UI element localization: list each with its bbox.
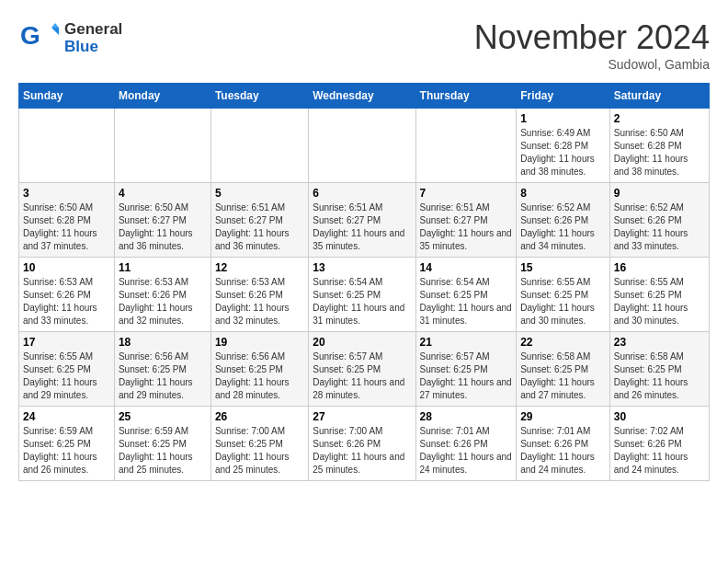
day-info: Sunrise: 6:58 AM Sunset: 6:25 PM Dayligh… xyxy=(520,350,606,402)
day-info: Sunrise: 6:52 AM Sunset: 6:26 PM Dayligh… xyxy=(520,201,606,253)
calendar-cell xyxy=(415,109,517,183)
day-number: 5 xyxy=(215,187,304,200)
weekday-header: Monday xyxy=(114,84,210,109)
page: G General Blue November 2024 Sudowol, Ga… xyxy=(0,0,728,490)
calendar-cell xyxy=(210,109,308,183)
day-number: 30 xyxy=(614,410,705,423)
calendar-cell: 11Sunrise: 6:53 AM Sunset: 6:26 PM Dayli… xyxy=(114,258,210,332)
day-info: Sunrise: 6:53 AM Sunset: 6:26 PM Dayligh… xyxy=(23,276,110,327)
calendar-cell: 27Sunrise: 7:00 AM Sunset: 6:26 PM Dayli… xyxy=(309,407,415,481)
header: G General Blue November 2024 Sudowol, Ga… xyxy=(18,18,710,72)
day-number: 9 xyxy=(614,187,705,200)
weekday-header: Friday xyxy=(517,84,610,109)
weekday-header: Wednesday xyxy=(309,84,415,109)
calendar-cell: 30Sunrise: 7:02 AM Sunset: 6:26 PM Dayli… xyxy=(609,407,709,481)
day-info: Sunrise: 6:57 AM Sunset: 6:25 PM Dayligh… xyxy=(313,350,411,402)
day-number: 20 xyxy=(313,336,411,349)
calendar-cell: 20Sunrise: 6:57 AM Sunset: 6:25 PM Dayli… xyxy=(309,332,415,407)
day-number: 6 xyxy=(313,187,411,200)
day-number: 19 xyxy=(215,336,304,349)
day-number: 14 xyxy=(420,261,513,274)
day-number: 18 xyxy=(119,336,207,349)
calendar-cell: 18Sunrise: 6:56 AM Sunset: 6:25 PM Dayli… xyxy=(114,332,210,407)
svg-marker-1 xyxy=(51,28,59,35)
day-info: Sunrise: 6:55 AM Sunset: 6:25 PM Dayligh… xyxy=(520,276,606,327)
day-number: 10 xyxy=(23,261,110,274)
day-number: 4 xyxy=(119,187,207,200)
calendar-week-row: 1Sunrise: 6:49 AM Sunset: 6:28 PM Daylig… xyxy=(19,109,710,183)
calendar-cell xyxy=(114,109,210,183)
day-info: Sunrise: 6:51 AM Sunset: 6:27 PM Dayligh… xyxy=(420,201,513,253)
logo-text: General Blue xyxy=(64,21,122,55)
calendar-cell: 2Sunrise: 6:50 AM Sunset: 6:28 PM Daylig… xyxy=(609,109,709,183)
day-number: 7 xyxy=(420,187,513,200)
calendar-cell: 7Sunrise: 6:51 AM Sunset: 6:27 PM Daylig… xyxy=(415,183,517,258)
day-number: 29 xyxy=(520,410,606,423)
weekday-header: Saturday xyxy=(609,84,709,109)
day-number: 24 xyxy=(23,410,110,423)
day-info: Sunrise: 6:58 AM Sunset: 6:25 PM Dayligh… xyxy=(614,350,705,402)
calendar-cell: 25Sunrise: 6:59 AM Sunset: 6:25 PM Dayli… xyxy=(114,407,210,481)
calendar-cell: 9Sunrise: 6:52 AM Sunset: 6:26 PM Daylig… xyxy=(609,183,709,258)
calendar-cell: 26Sunrise: 7:00 AM Sunset: 6:25 PM Dayli… xyxy=(210,407,308,481)
logo: G General Blue xyxy=(18,18,122,59)
calendar-cell: 28Sunrise: 7:01 AM Sunset: 6:26 PM Dayli… xyxy=(415,407,517,481)
calendar-cell: 8Sunrise: 6:52 AM Sunset: 6:26 PM Daylig… xyxy=(517,183,610,258)
calendar-cell: 6Sunrise: 6:51 AM Sunset: 6:27 PM Daylig… xyxy=(309,183,415,258)
day-number: 21 xyxy=(420,336,513,349)
day-info: Sunrise: 7:00 AM Sunset: 6:25 PM Dayligh… xyxy=(215,425,304,477)
calendar-cell: 14Sunrise: 6:54 AM Sunset: 6:25 PM Dayli… xyxy=(415,258,517,332)
calendar-cell: 3Sunrise: 6:50 AM Sunset: 6:28 PM Daylig… xyxy=(19,183,115,258)
day-info: Sunrise: 7:01 AM Sunset: 6:26 PM Dayligh… xyxy=(420,425,513,477)
calendar-cell xyxy=(309,109,415,183)
calendar-cell: 12Sunrise: 6:53 AM Sunset: 6:26 PM Dayli… xyxy=(210,258,308,332)
day-info: Sunrise: 6:59 AM Sunset: 6:25 PM Dayligh… xyxy=(23,425,110,477)
day-number: 1 xyxy=(520,112,606,125)
calendar-cell: 24Sunrise: 6:59 AM Sunset: 6:25 PM Dayli… xyxy=(19,407,115,481)
calendar-cell: 13Sunrise: 6:54 AM Sunset: 6:25 PM Dayli… xyxy=(309,258,415,332)
weekday-header: Thursday xyxy=(415,84,517,109)
calendar-cell: 16Sunrise: 6:55 AM Sunset: 6:25 PM Dayli… xyxy=(609,258,709,332)
logo-general: General xyxy=(64,21,122,39)
calendar-week-row: 3Sunrise: 6:50 AM Sunset: 6:28 PM Daylig… xyxy=(19,183,710,258)
weekday-header: Tuesday xyxy=(210,84,308,109)
day-number: 2 xyxy=(614,112,705,125)
calendar-cell: 17Sunrise: 6:55 AM Sunset: 6:25 PM Dayli… xyxy=(19,332,115,407)
day-info: Sunrise: 6:51 AM Sunset: 6:27 PM Dayligh… xyxy=(215,201,304,253)
calendar-cell: 29Sunrise: 7:01 AM Sunset: 6:26 PM Dayli… xyxy=(517,407,610,481)
calendar-cell: 19Sunrise: 6:56 AM Sunset: 6:25 PM Dayli… xyxy=(210,332,308,407)
day-info: Sunrise: 6:53 AM Sunset: 6:26 PM Dayligh… xyxy=(215,276,304,327)
title-block: November 2024 Sudowol, Gambia xyxy=(474,18,710,72)
day-info: Sunrise: 6:56 AM Sunset: 6:25 PM Dayligh… xyxy=(215,350,304,402)
logo-icon: G xyxy=(18,18,59,59)
svg-marker-2 xyxy=(51,23,59,28)
calendar-cell: 22Sunrise: 6:58 AM Sunset: 6:25 PM Dayli… xyxy=(517,332,610,407)
svg-text:G: G xyxy=(20,21,40,50)
day-info: Sunrise: 6:52 AM Sunset: 6:26 PM Dayligh… xyxy=(614,201,705,253)
day-number: 16 xyxy=(614,261,705,274)
day-info: Sunrise: 7:01 AM Sunset: 6:26 PM Dayligh… xyxy=(520,425,606,477)
calendar-cell: 1Sunrise: 6:49 AM Sunset: 6:28 PM Daylig… xyxy=(517,109,610,183)
month-title: November 2024 xyxy=(474,18,710,57)
day-number: 13 xyxy=(313,261,411,274)
day-info: Sunrise: 6:49 AM Sunset: 6:28 PM Dayligh… xyxy=(520,127,606,178)
day-number: 8 xyxy=(520,187,606,200)
day-number: 27 xyxy=(313,410,411,423)
day-number: 11 xyxy=(119,261,207,274)
calendar-cell: 5Sunrise: 6:51 AM Sunset: 6:27 PM Daylig… xyxy=(210,183,308,258)
calendar-week-row: 24Sunrise: 6:59 AM Sunset: 6:25 PM Dayli… xyxy=(19,407,710,481)
day-info: Sunrise: 7:02 AM Sunset: 6:26 PM Dayligh… xyxy=(614,425,705,477)
day-number: 15 xyxy=(520,261,606,274)
calendar-table: SundayMondayTuesdayWednesdayThursdayFrid… xyxy=(18,83,710,481)
day-info: Sunrise: 6:54 AM Sunset: 6:25 PM Dayligh… xyxy=(313,276,411,327)
day-number: 12 xyxy=(215,261,304,274)
day-info: Sunrise: 6:55 AM Sunset: 6:25 PM Dayligh… xyxy=(614,276,705,327)
day-info: Sunrise: 6:50 AM Sunset: 6:28 PM Dayligh… xyxy=(614,127,705,178)
day-info: Sunrise: 6:54 AM Sunset: 6:25 PM Dayligh… xyxy=(420,276,513,327)
day-number: 22 xyxy=(520,336,606,349)
calendar-cell: 10Sunrise: 6:53 AM Sunset: 6:26 PM Dayli… xyxy=(19,258,115,332)
calendar-cell: 15Sunrise: 6:55 AM Sunset: 6:25 PM Dayli… xyxy=(517,258,610,332)
day-info: Sunrise: 6:59 AM Sunset: 6:25 PM Dayligh… xyxy=(119,425,207,477)
weekday-header-row: SundayMondayTuesdayWednesdayThursdayFrid… xyxy=(19,84,710,109)
location: Sudowol, Gambia xyxy=(474,57,710,72)
